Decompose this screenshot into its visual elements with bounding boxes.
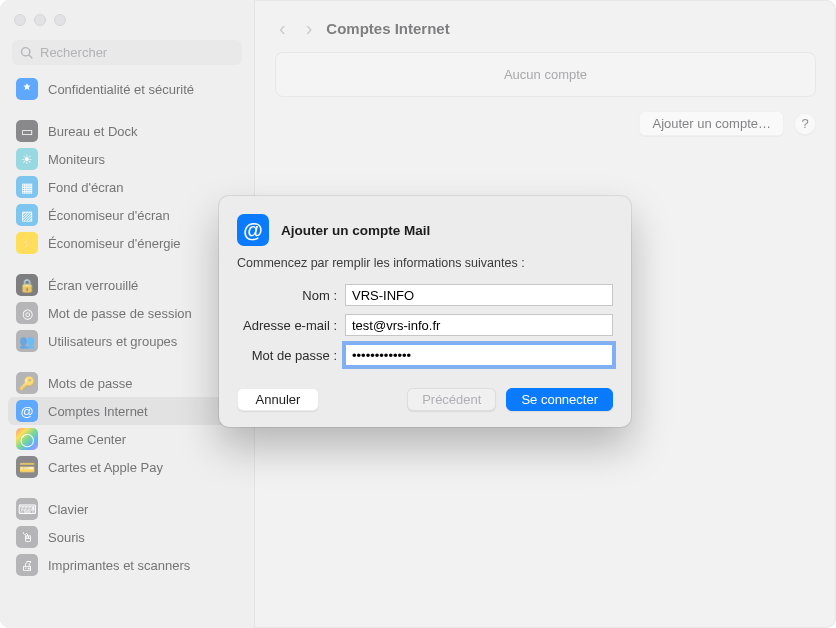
sidebar-item-label: Souris	[48, 530, 85, 545]
hand-privacy-icon	[16, 78, 38, 100]
email-label: Adresse e-mail :	[237, 318, 345, 333]
sidebar-item-mouse[interactable]: 🖱 Souris	[8, 523, 246, 551]
sidebar-item-label: Économiseur d'écran	[48, 208, 170, 223]
wallet-icon: 💳	[16, 456, 38, 478]
sidebar-item-desktop-dock[interactable]: ▭ Bureau et Dock	[8, 117, 246, 145]
fingerprint-icon: ◎	[16, 302, 38, 324]
traffic-minimize[interactable]	[34, 14, 46, 26]
traffic-zoom[interactable]	[54, 14, 66, 26]
accounts-empty-state: Aucun compte	[275, 52, 816, 97]
nav-forward-icon[interactable]: ›	[306, 18, 313, 38]
traffic-close[interactable]	[14, 14, 26, 26]
at-icon: @	[16, 400, 38, 422]
sidebar-item-label: Comptes Internet	[48, 404, 148, 419]
connect-button[interactable]: Se connecter	[506, 388, 613, 411]
search-placeholder: Rechercher	[40, 45, 107, 60]
sidebar-item-label: Économiseur d'énergie	[48, 236, 181, 251]
sidebar-item-label: Confidentialité et sécurité	[48, 82, 194, 97]
password-label: Mot de passe :	[237, 348, 345, 363]
sidebar-item-label: Mot de passe de session	[48, 306, 192, 321]
sidebar-item-label: Mots de passe	[48, 376, 133, 391]
sidebar-item-game-center[interactable]: ◯ Game Center	[8, 425, 246, 453]
settings-window: Rechercher Confidentialité et sécurité ▭…	[0, 0, 836, 628]
sidebar-item-wallet[interactable]: 💳 Cartes et Apple Pay	[8, 453, 246, 481]
lock-icon: 🔒	[16, 274, 38, 296]
sidebar-list: Confidentialité et sécurité ▭ Bureau et …	[0, 75, 254, 579]
empty-state-text: Aucun compte	[504, 67, 587, 82]
sidebar-item-energy[interactable]: ⚡ Économiseur d'énergie	[8, 229, 246, 257]
mail-app-icon: @	[237, 214, 269, 246]
sidebar-item-users-groups[interactable]: 👥 Utilisateurs et groupes	[8, 327, 246, 355]
add-account-button[interactable]: Ajouter un compte…	[639, 111, 784, 136]
sidebar-item-label: Moniteurs	[48, 152, 105, 167]
sidebar-item-passwords[interactable]: 🔑 Mots de passe	[8, 369, 246, 397]
sidebar-item-internet-accounts[interactable]: @ Comptes Internet	[8, 397, 246, 425]
screensaver-icon: ▨	[16, 204, 38, 226]
cancel-button[interactable]: Annuler	[237, 388, 319, 411]
header: ‹ › Comptes Internet	[275, 18, 816, 38]
game-center-icon: ◯	[16, 428, 38, 450]
sidebar-item-label: Fond d'écran	[48, 180, 123, 195]
sidebar-item-printers[interactable]: 🖨 Imprimantes et scanners	[8, 551, 246, 579]
nav-arrows: ‹ ›	[275, 18, 312, 38]
password-field[interactable]	[345, 344, 613, 366]
email-field[interactable]	[345, 314, 613, 336]
key-icon: 🔑	[16, 372, 38, 394]
display-icon: ☀	[16, 148, 38, 170]
sidebar-item-wallpaper[interactable]: ▦ Fond d'écran	[8, 173, 246, 201]
sidebar-item-label: Cartes et Apple Pay	[48, 460, 163, 475]
sidebar-item-label: Clavier	[48, 502, 88, 517]
previous-button: Précédent	[407, 388, 496, 411]
sidebar-item-screensaver[interactable]: ▨ Économiseur d'écran	[8, 201, 246, 229]
keyboard-icon: ⌨	[16, 498, 38, 520]
sidebar-item-label: Bureau et Dock	[48, 124, 138, 139]
dock-icon: ▭	[16, 120, 38, 142]
name-field[interactable]	[345, 284, 613, 306]
search-input[interactable]: Rechercher	[12, 40, 242, 65]
sidebar-item-privacy[interactable]: Confidentialité et sécurité	[8, 75, 246, 103]
sidebar-item-label: Game Center	[48, 432, 126, 447]
mouse-icon: 🖱	[16, 526, 38, 548]
sidebar-item-label: Écran verrouillé	[48, 278, 138, 293]
help-button[interactable]: ?	[794, 113, 816, 135]
printer-icon: 🖨	[16, 554, 38, 576]
sidebar-item-label: Utilisateurs et groupes	[48, 334, 177, 349]
dialog-subtitle: Commencez par remplir les informations s…	[237, 256, 613, 270]
add-mail-account-dialog: @ Ajouter un compte Mail Commencez par r…	[219, 196, 631, 427]
search-icon	[20, 46, 34, 60]
sidebar: Rechercher Confidentialité et sécurité ▭…	[0, 0, 255, 628]
page-title: Comptes Internet	[326, 20, 449, 37]
sidebar-item-login-password[interactable]: ◎ Mot de passe de session	[8, 299, 246, 327]
sidebar-item-lock-screen[interactable]: 🔒 Écran verrouillé	[8, 271, 246, 299]
dialog-title: Ajouter un compte Mail	[281, 223, 430, 238]
sidebar-item-keyboard[interactable]: ⌨ Clavier	[8, 495, 246, 523]
window-controls	[0, 10, 254, 40]
nav-back-icon[interactable]: ‹	[279, 18, 286, 38]
name-label: Nom :	[237, 288, 345, 303]
wallpaper-icon: ▦	[16, 176, 38, 198]
battery-icon: ⚡	[16, 232, 38, 254]
users-icon: 👥	[16, 330, 38, 352]
sidebar-item-label: Imprimantes et scanners	[48, 558, 190, 573]
sidebar-item-displays[interactable]: ☀ Moniteurs	[8, 145, 246, 173]
